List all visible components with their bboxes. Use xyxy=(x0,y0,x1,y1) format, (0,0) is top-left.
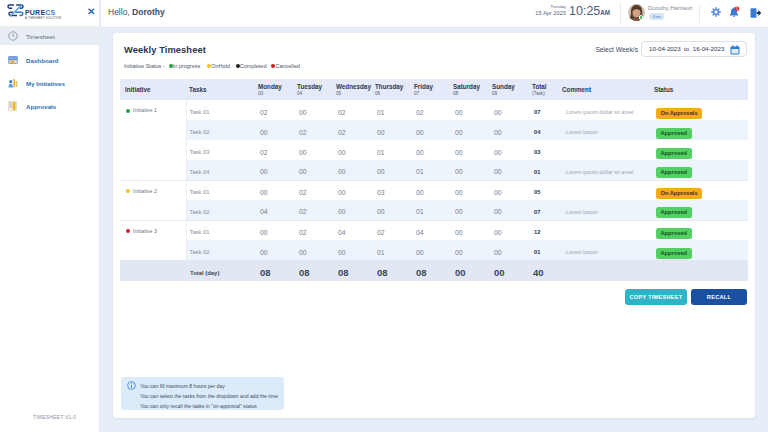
svg-text:1: 1 xyxy=(736,7,738,11)
